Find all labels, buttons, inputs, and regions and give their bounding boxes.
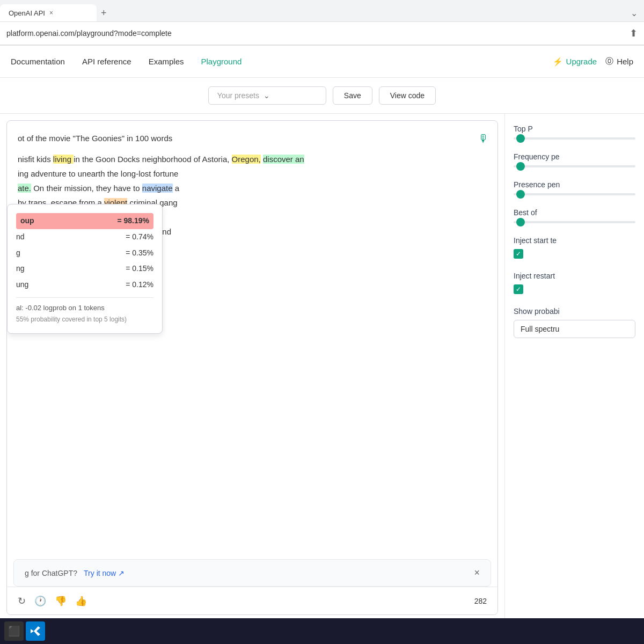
text-segment: a [173,184,180,193]
inject-restart-label: Inject restart [514,272,635,280]
save-button[interactable]: Save [333,86,372,105]
taskbar: ⬛ [0,618,644,644]
inject-start-row: ✓ [514,249,635,259]
banner-text: g for ChatGPT? [25,569,77,577]
chevron-down-icon: ⌄ [631,8,644,18]
editor-body[interactable]: 🎙 ot of the movie "The Goonies" in 100 w… [7,121,497,614]
popup-label: oup [20,215,34,228]
view-code-button[interactable]: View code [379,86,436,105]
text-highlight-green: discover an [263,155,304,164]
tab-close-button[interactable]: × [49,9,53,17]
text-segment: On their mission, they have to [31,184,142,193]
presence-penalty-section: Presence pen [514,180,635,195]
best-of-slider[interactable] [514,221,635,223]
address-input[interactable] [6,29,625,38]
tab-bar: OpenAI API × + ⌄ [0,0,644,21]
inject-start-checkbox[interactable]: ✓ [514,249,523,259]
text-highlight-yellow2: Oregon, [232,155,261,164]
inject-start-section: Inject start te ✓ [514,236,635,259]
popup-row-4: ung = 0.12% [16,277,153,293]
show-probability-section: Show probabi Full spectru [514,307,635,338]
external-link-icon: ↗ [118,569,125,577]
presence-penalty-thumb[interactable] [516,190,525,199]
text-highlight-yellow: living [53,155,74,164]
show-probability-label: Show probabi [514,307,635,316]
chevron-down-icon: ⌄ [264,91,270,100]
bottom-banner: g for ChatGPT? Try it now ↗ × [13,559,491,587]
popup-row-1: nd = 0.74% [16,229,153,245]
frequency-penalty-label: Frequency pe [514,152,635,161]
nav-examples[interactable]: Examples [149,57,184,66]
lightning-icon: ⚡ [553,57,563,67]
top-p-thumb[interactable] [516,134,525,143]
nav-right: ⚡ Upgrade ⓪ Help [553,56,633,67]
address-bar: ⬆ [0,21,644,45]
nav-bar: Documentation API reference Examples Pla… [0,46,644,78]
token-count: 282 [474,597,487,605]
prompt-line: ot of the movie "The Goonies" in 100 wor… [18,131,487,145]
active-tab[interactable]: OpenAI API × [0,4,97,21]
frequency-penalty-slider[interactable] [514,165,635,167]
taskbar-terminal-icon[interactable]: ⬛ [4,621,24,641]
frequency-penalty-section: Frequency pe [514,152,635,167]
editor-panel: 🎙 ot of the movie "The Goonies" in 100 w… [6,120,498,615]
popup-note: 55% probability covered in top 5 logits) [16,314,153,325]
help-button[interactable]: ⓪ Help [605,56,633,67]
right-panel: Top P Frequency pe Presence pen Best of [504,114,644,621]
help-circle-icon: ⓪ [605,56,613,67]
bottom-bar: ↻ 🕐 👎 👍 282 [7,587,497,614]
top-p-slider[interactable] [514,137,635,140]
thumbs-down-icon[interactable]: 👎 [55,595,67,607]
history-icon[interactable]: 🕐 [34,595,46,607]
toolbar: Your presets ⌄ Save View code [0,78,644,114]
popup-row-3: ng = 0.15% [16,261,153,277]
popup-value: = 98.19% [117,215,149,228]
top-p-section: Top P [514,125,635,140]
inject-restart-checkbox[interactable]: ✓ [514,284,523,294]
text-highlight-green2: ate. [18,184,31,193]
browser-chrome: OpenAI API × + ⌄ ⬆ [0,0,644,46]
main-content: 🎙 ot of the movie "The Goonies" in 100 w… [0,114,644,621]
presets-label: Your presets [217,91,259,100]
show-probability-select[interactable]: Full spectru [514,320,635,338]
text-segment: in the Goon Docks neighborhood of Astori… [74,155,231,164]
nav-playground[interactable]: Playground [201,57,241,66]
new-tab-button[interactable]: + [97,8,111,19]
upgrade-button[interactable]: ⚡ Upgrade [553,57,597,67]
popup-row-highlighted: oup = 98.19% [16,213,153,229]
banner-close-button[interactable]: × [474,567,480,579]
taskbar-vscode-icon[interactable] [26,621,45,641]
inject-restart-section: Inject restart ✓ [514,272,635,294]
presence-penalty-slider[interactable] [514,193,635,195]
popup-row-2: g = 0.35% [16,245,153,261]
popup-total: al: -0.02 logprob on 1 tokens [16,302,153,314]
nav-api-reference[interactable]: API reference [82,57,131,66]
text-highlight-blue: navigate [142,184,173,193]
best-of-thumb[interactable] [516,218,525,226]
microphone-icon[interactable]: 🎙 [478,129,489,148]
try-it-now-link[interactable]: Try it now ↗ [84,569,125,577]
top-p-label: Top P [514,125,635,133]
presence-penalty-label: Presence pen [514,180,635,189]
token-popup: oup = 98.19% nd = 0.74% g = 0.35% ng = 0… [7,204,163,334]
share-icon[interactable]: ⬆ [630,27,638,39]
thumbs-up-icon[interactable]: 👍 [75,595,87,607]
best-of-label: Best of [514,208,635,217]
text-segment: ing adventure to unearth the long-lost f… [18,169,178,178]
best-of-section: Best of [514,208,635,223]
inject-restart-row: ✓ [514,284,635,294]
presets-dropdown[interactable]: Your presets ⌄ [208,86,326,105]
text-segment: nisfit kids [18,155,53,164]
refresh-icon[interactable]: ↻ [18,595,26,607]
inject-start-label: Inject start te [514,236,635,245]
nav-documentation[interactable]: Documentation [11,57,65,66]
tab-title: OpenAI API [9,9,45,17]
frequency-penalty-thumb[interactable] [516,162,525,171]
